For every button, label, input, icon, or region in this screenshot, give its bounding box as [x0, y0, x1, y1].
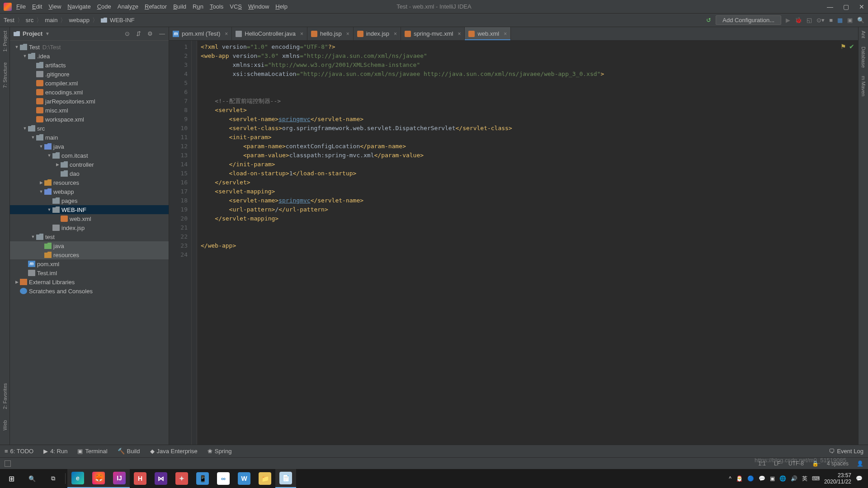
search-icon[interactable]: 🔍 — [857, 17, 864, 23]
tree-row[interactable]: java — [10, 241, 169, 250]
project-structure-icon[interactable]: ▦ — [837, 17, 843, 23]
collapse-icon[interactable]: ⇵ — [136, 30, 141, 37]
menu-window[interactable]: Window — [248, 3, 269, 10]
tool-spring[interactable]: ❀ Spring — [208, 448, 232, 455]
crumb-1[interactable]: src — [26, 17, 33, 23]
code-content[interactable]: <?xml version="1.0" encoding="UTF-8"?> <… — [197, 41, 858, 445]
taskbar-firefox[interactable]: 🦊 — [88, 469, 109, 488]
tree-row[interactable]: ▼java — [10, 142, 169, 151]
menu-navigate[interactable]: Navigate — [67, 3, 90, 10]
editor-tab[interactable]: hello.jsp× — [307, 27, 354, 40]
tree-arrow-icon[interactable]: ▶ — [54, 162, 61, 167]
tree-row[interactable]: ▼TestD:\Test — [10, 42, 169, 52]
tray-notifications-icon[interactable]: 💬 — [856, 475, 863, 482]
tree-row[interactable]: Test.iml — [10, 268, 169, 277]
taskbar-notepad[interactable]: 📄 — [275, 469, 296, 488]
tray-wechat-icon[interactable]: 💬 — [759, 475, 765, 482]
taskbar-explorer[interactable]: 📁 — [255, 469, 275, 488]
tree-row[interactable]: encodings.xml — [10, 88, 169, 97]
start-button[interactable]: ⊞ — [1, 469, 22, 488]
tree-row[interactable]: ▼test — [10, 232, 169, 241]
taskbar-edge[interactable]: e — [67, 469, 88, 488]
tree-row[interactable]: ▶controller — [10, 160, 169, 169]
tree-row[interactable]: workspace.xml — [10, 115, 169, 124]
toolwindows-toggle[interactable] — [5, 460, 11, 467]
taskbar-app2[interactable]: 📱 — [192, 469, 213, 488]
project-tree[interactable]: ▼TestD:\Test▼.ideaartifacts.gitignorecom… — [10, 41, 169, 445]
menu-view[interactable]: View — [48, 3, 61, 10]
close-icon[interactable]: × — [458, 31, 461, 37]
debug-icon[interactable]: 🐞 — [795, 17, 802, 23]
taskbar-hbuilder[interactable]: H — [130, 469, 151, 488]
tree-arrow-icon[interactable]: ▼ — [38, 144, 44, 149]
tray-network-icon[interactable]: 🌐 — [779, 475, 786, 482]
build-icon[interactable]: ↺ — [706, 17, 711, 23]
close-icon[interactable]: × — [394, 31, 397, 37]
tree-arrow-icon[interactable]: ▶ — [14, 280, 20, 284]
menu-run[interactable]: Run — [193, 3, 203, 10]
tray-clock[interactable]: 23:57 2020/11/22 — [824, 472, 851, 485]
tree-row[interactable]: dao — [10, 169, 169, 178]
tree-arrow-icon[interactable]: ▼ — [46, 153, 52, 158]
tray-chevron-icon[interactable]: ^ — [729, 475, 731, 482]
inspection-profile-icon[interactable]: 👤 — [857, 460, 863, 467]
menu-refactor[interactable]: Refactor — [145, 3, 167, 10]
tree-arrow-icon[interactable]: ▼ — [22, 126, 28, 131]
tool-structure[interactable]: 7: Structure — [2, 62, 8, 88]
taskbar-intellij[interactable]: IJ — [109, 469, 130, 488]
crumb-2[interactable]: main — [45, 17, 57, 23]
taskbar-app3[interactable]: ∞ — [213, 469, 234, 488]
tree-row[interactable]: mpom.xml — [10, 259, 169, 268]
crumb-4[interactable]: WEB-INF — [110, 17, 135, 23]
tree-arrow-icon[interactable]: ▼ — [30, 135, 36, 140]
tree-row[interactable]: ▼WEB-INF — [10, 205, 169, 214]
locate-icon[interactable]: ⊙ — [125, 30, 130, 37]
menu-help[interactable]: Help — [275, 3, 288, 10]
crumb-3[interactable]: webapp — [69, 17, 90, 23]
tree-arrow-icon[interactable]: ▼ — [22, 54, 28, 58]
add-configuration-button[interactable]: Add Configuration... — [716, 15, 781, 25]
tree-arrow-icon[interactable]: ▼ — [14, 45, 20, 49]
tree-row[interactable]: Scratches and Consoles — [10, 286, 169, 296]
tree-arrow-icon[interactable]: ▼ — [46, 207, 52, 212]
tool-favorites[interactable]: 2: Favorites — [2, 383, 8, 409]
tree-row[interactable]: ▶External Libraries — [10, 277, 169, 286]
menu-build[interactable]: Build — [173, 3, 186, 10]
tree-row[interactable]: ▼main — [10, 133, 169, 142]
editor-tab[interactable]: spring-mvc.xml× — [401, 27, 465, 40]
tree-row[interactable]: ▼com.itcast — [10, 151, 169, 160]
tool-web[interactable]: Web — [2, 420, 8, 430]
run-icon[interactable]: ▶ — [786, 17, 790, 23]
tree-row[interactable]: ▼src — [10, 124, 169, 133]
tree-row[interactable]: ▶resources — [10, 178, 169, 187]
tool-build[interactable]: 🔨 Build — [118, 448, 140, 455]
menu-analyze[interactable]: Analyze — [118, 3, 138, 10]
tree-arrow-icon[interactable]: ▶ — [38, 180, 44, 185]
settings-icon[interactable]: ▣ — [847, 17, 853, 23]
tray-icon[interactable]: ▣ — [770, 475, 775, 482]
tool-ant[interactable]: Ant — [861, 31, 866, 38]
tree-row[interactable]: web.xml — [10, 214, 169, 223]
tool-project[interactable]: 1: Project — [2, 31, 8, 52]
editor-tab[interactable]: HelloController.java× — [232, 27, 307, 40]
coverage-icon[interactable]: ◱ — [807, 17, 812, 23]
tree-row[interactable]: index.jsp — [10, 223, 169, 232]
crumb-0[interactable]: Test — [4, 17, 14, 23]
close-button[interactable]: ✕ — [859, 3, 864, 10]
tool-todo[interactable]: ≡ 6: TODO — [5, 448, 33, 455]
close-icon[interactable]: × — [504, 31, 507, 37]
tray-ime[interactable]: 英 — [802, 475, 807, 483]
close-icon[interactable]: × — [300, 31, 303, 37]
editor-tab[interactable]: mpom.xml (Test)× — [169, 27, 232, 40]
tray-keyboard-icon[interactable]: ⌨ — [812, 475, 820, 482]
profile-icon[interactable]: ⊙▾ — [816, 17, 825, 23]
tray-icon[interactable]: 🎅 — [736, 475, 743, 482]
tree-row[interactable]: ▼.idea — [10, 52, 169, 61]
check-icon[interactable]: ✔ — [849, 43, 854, 50]
tool-maven[interactable]: m Maven — [861, 76, 866, 96]
tree-row[interactable]: jarRepositories.xml — [10, 97, 169, 106]
close-icon[interactable]: × — [346, 31, 349, 37]
tool-jee[interactable]: ◆ Java Enterprise — [150, 448, 198, 455]
tree-row[interactable]: misc.xml — [10, 106, 169, 115]
tool-run[interactable]: ▶ 4: Run — [43, 448, 67, 455]
